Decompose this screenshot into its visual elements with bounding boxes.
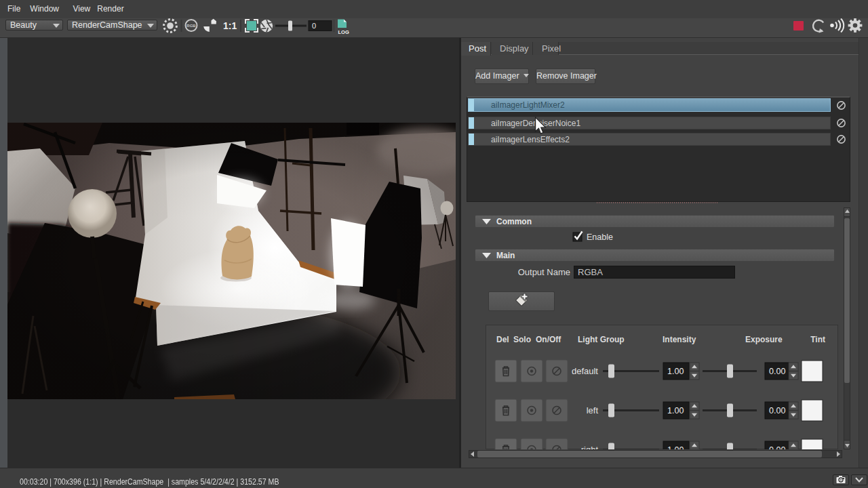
svg-text:0: 0 xyxy=(312,22,316,30)
svg-text:default: default xyxy=(572,366,598,376)
svg-text:0.00: 0.00 xyxy=(769,445,785,449)
svg-text:1.00: 1.00 xyxy=(667,406,684,415)
svg-text:1:1: 1:1 xyxy=(223,20,237,31)
svg-text:0.00: 0.00 xyxy=(769,406,785,415)
svg-text:RGB: RGB xyxy=(186,24,196,28)
svg-text:1.00: 1.00 xyxy=(667,367,684,376)
svg-text:1.00: 1.00 xyxy=(667,445,684,449)
svg-text:LOG: LOG xyxy=(338,29,349,35)
svg-text:0.00: 0.00 xyxy=(769,367,785,376)
svg-text:right: right xyxy=(581,445,599,449)
svg-text:left: left xyxy=(587,405,599,415)
